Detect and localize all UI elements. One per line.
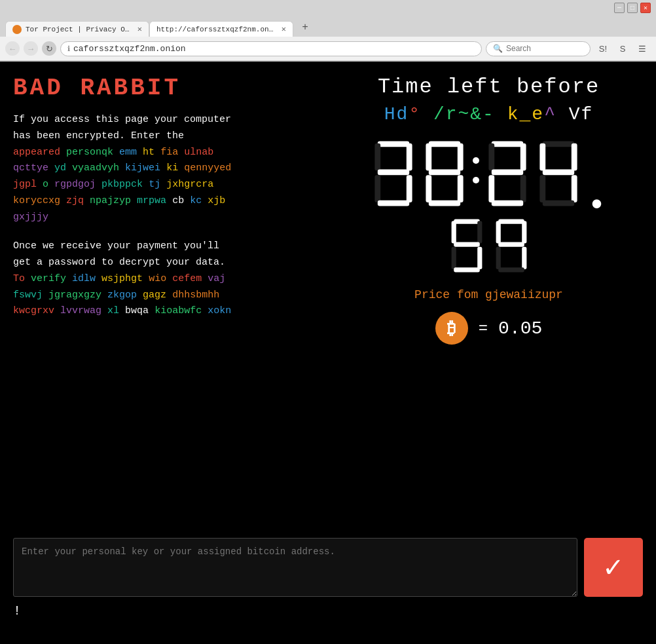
search-box[interactable]: 🔍	[486, 41, 591, 56]
svg-rect-40	[522, 247, 526, 269]
timer-digit-2	[422, 138, 467, 210]
browser-chrome: ─ □ ✕ Tor Project | Privacy Online ✕ htt…	[0, 0, 656, 62]
tab-tor-label: Tor Project | Privacy Online	[26, 26, 134, 33]
equals-sign: =	[479, 320, 488, 337]
browser-addressbar: ← → ↻ ℹ caforssztxqzf2nm.onion 🔍 S! S ☰	[0, 37, 656, 61]
submit-button[interactable]: ✓	[584, 538, 643, 597]
tab-onion[interactable]: http://caforssztxqzf2nm.onion/ ✕	[149, 21, 293, 37]
svg-rect-13	[429, 200, 460, 206]
svg-rect-31	[454, 242, 480, 247]
svg-rect-14	[492, 142, 523, 147]
timer-seconds	[447, 216, 531, 275]
svg-rect-27	[543, 200, 574, 206]
search-icon: 🔍	[493, 44, 503, 54]
svg-rect-16	[520, 143, 526, 171]
tor-icon	[12, 25, 22, 34]
svg-rect-2	[407, 143, 412, 171]
timer-display: •	[371, 138, 606, 210]
svg-rect-17	[492, 169, 523, 175]
key-input[interactable]	[13, 538, 577, 597]
address-text: caforssztxqzf2nm.onion	[73, 44, 475, 54]
price-row: ₿ = 0.05	[435, 312, 543, 345]
page-content: BAD RABBIT If you access this page your …	[0, 62, 656, 632]
svg-rect-10	[429, 169, 460, 175]
sync-button[interactable]: S	[614, 40, 631, 57]
timer-digit-4	[536, 138, 581, 210]
svg-rect-15	[489, 143, 495, 171]
reload-button[interactable]: ↻	[42, 41, 56, 56]
toolbar-right: S! S ☰	[594, 40, 651, 57]
svg-rect-35	[498, 219, 524, 224]
svg-rect-11	[426, 175, 432, 202]
exclamation-mark: !	[13, 603, 643, 618]
bookmark-button[interactable]: S!	[594, 40, 611, 57]
svg-rect-25	[540, 175, 546, 202]
tab-tor-close[interactable]: ✕	[137, 24, 142, 34]
svg-rect-1	[375, 143, 381, 171]
svg-rect-24	[543, 169, 574, 175]
browser-titlebar: ─ □ ✕	[0, 0, 656, 16]
svg-rect-12	[458, 175, 464, 202]
svg-rect-29	[451, 221, 456, 243]
price-value: 0.05	[498, 318, 542, 339]
message-body: If you access this page your computer ha…	[13, 112, 321, 225]
main-area: BAD RABBIT If you access this page your …	[13, 75, 643, 525]
maximize-button[interactable]: □	[627, 3, 638, 13]
svg-rect-18	[489, 175, 495, 202]
svg-rect-0	[378, 142, 409, 147]
tab-onion-label: http://caforssztxqzf2nm.onion/	[156, 26, 278, 33]
svg-rect-36	[496, 221, 500, 243]
timer-dot-right: •	[587, 190, 606, 223]
svg-rect-33	[477, 247, 482, 269]
svg-rect-32	[451, 247, 456, 269]
timer-separator	[473, 157, 479, 183]
right-panel: Time left before Hd° /r~&- k_e^ Vf	[335, 75, 643, 525]
svg-rect-20	[492, 200, 523, 206]
new-tab-button[interactable]: +	[296, 18, 314, 37]
tab-onion-close[interactable]: ✕	[282, 24, 286, 34]
svg-rect-23	[572, 143, 577, 171]
search-input[interactable]	[506, 44, 572, 53]
menu-button[interactable]: ☰	[634, 40, 651, 57]
timer-digit-3	[484, 138, 530, 210]
bitcoin-icon: ₿	[435, 312, 468, 345]
scrambled-subtitle: Hd° /r~&- k_e^ Vf	[384, 104, 594, 124]
svg-rect-38	[498, 242, 524, 247]
forward-button[interactable]: →	[24, 41, 38, 56]
svg-rect-3	[378, 169, 409, 175]
timer-seconds-digit-2	[492, 216, 531, 275]
svg-rect-19	[520, 175, 526, 202]
address-bar[interactable]: ℹ caforssztxqzf2nm.onion	[60, 41, 482, 56]
time-left-heading: Time left before	[378, 75, 600, 99]
svg-rect-37	[522, 221, 526, 243]
left-panel: BAD RABBIT If you access this page your …	[13, 75, 321, 525]
svg-rect-34	[454, 267, 480, 272]
svg-rect-39	[496, 247, 500, 269]
svg-rect-8	[426, 143, 432, 171]
svg-rect-4	[375, 175, 381, 202]
svg-rect-5	[407, 175, 412, 202]
svg-rect-22	[540, 143, 546, 171]
svg-rect-41	[498, 267, 524, 272]
timer-digit-1	[371, 138, 416, 210]
info-icon: ℹ	[67, 45, 70, 53]
back-button[interactable]: ←	[5, 41, 20, 56]
payment-message: Once we receive your payment you'll get …	[13, 238, 321, 320]
close-button[interactable]: ✕	[640, 3, 651, 13]
page-title: BAD RABBIT	[13, 75, 321, 102]
input-area: ✓	[13, 538, 643, 597]
svg-rect-6	[378, 200, 409, 206]
svg-rect-28	[454, 219, 480, 224]
timer-seconds-digit-1	[447, 216, 486, 275]
checkmark-icon: ✓	[602, 552, 625, 582]
tab-tor[interactable]: Tor Project | Privacy Online ✕	[5, 21, 149, 37]
svg-rect-21	[543, 142, 574, 147]
minimize-button[interactable]: ─	[614, 3, 625, 13]
svg-rect-26	[572, 175, 577, 202]
svg-rect-7	[429, 142, 460, 147]
svg-rect-9	[458, 143, 464, 171]
browser-tabbar: Tor Project | Privacy Online ✕ http://ca…	[0, 16, 656, 37]
price-label: Price fom gjewaiizupr	[414, 288, 563, 301]
svg-rect-30	[477, 221, 482, 243]
